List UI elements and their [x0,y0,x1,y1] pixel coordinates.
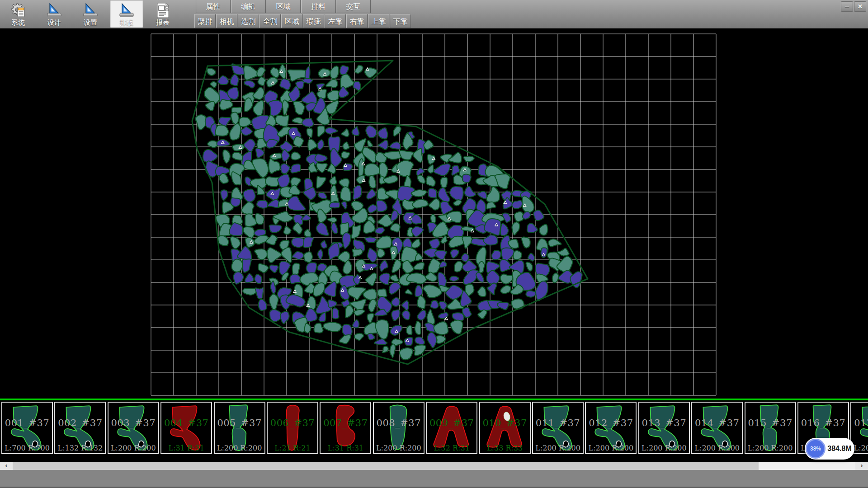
piece-id-label: 012_#37 [586,418,636,428]
piece-thumbnail-013_#37[interactable]: 013_#37L:200 R:200 [638,402,690,454]
piece-thumbnail-001_#37[interactable]: 001_#37L:700 R:700 [1,402,53,454]
horizontal-scrollbar[interactable]: ‹ › [0,462,868,470]
ruler-icon [118,2,135,19]
piece-id-label: 014_#37 [692,418,742,428]
piece-thumbnail-009_#37[interactable]: 009_#37L:32 R:31 [426,402,477,454]
main-button-label: 设计 [38,19,71,27]
piece-id-label: 015_#37 [745,418,795,428]
action-button-7[interactable]: 右靠 [346,14,368,28]
main-button-ruler-1[interactable]: 设计 [38,0,71,28]
piece-lr-label: L:200 R:200 [639,444,689,452]
toolbar: 系统设计设置排版报表 属性编辑区域排料交互 聚排相机选割全割区域瑕疵左靠右靠上靠… [0,0,868,28]
piece-lr-label: L:200 R:200 [586,444,636,452]
piece-lr-label: L:700 R:700 [2,444,52,452]
piece-thumbnail-004_#37[interactable]: 004_#37L:31 R:31 [160,402,212,454]
piece-id-label: 009_#37 [427,418,476,428]
menu-tab-3[interactable]: 排料 [301,0,336,13]
system-icon [9,2,27,19]
pieces-strip: 001_#37L:700 R:700002_#37L:132 R:132003_… [0,399,868,462]
status-bar [0,470,868,488]
piece-id-label: 007_#37 [321,418,370,428]
main-button-system-0[interactable]: 系统 [2,0,34,28]
main-button-ruler-3[interactable]: 排版 [110,0,143,28]
piece-thumbnail-014_#37[interactable]: 014_#37L:200 R:200 [691,402,743,454]
piece-id-label: 010_#37 [480,418,530,428]
piece-id-label: 013_#37 [639,418,689,428]
piece-id-label: 016_#37 [798,418,848,428]
piece-thumbnail-015_#37[interactable]: 015_#37L:200 R:200 [745,402,796,454]
piece-id-label: 006_#37 [268,418,317,428]
piece-id-label: 017_#37 [851,418,868,428]
piece-id-label: 002_#37 [55,418,105,428]
action-button-3[interactable]: 全割 [259,14,281,28]
main-button-ruler-2[interactable]: 设置 [74,0,107,28]
piece-thumbnail-003_#37[interactable]: 003_#37L:200 R:200 [108,402,159,454]
memory-badge: 38% 384.8M [805,438,854,460]
memory-amount-label: 384.8M [827,438,852,460]
main-button-label: 设置 [74,19,107,27]
action-button-9[interactable]: 下靠 [390,14,411,28]
scroll-right-button[interactable]: › [855,462,868,470]
piece-lr-label: L:200 R:200 [374,444,424,452]
action-button-1[interactable]: 相机 [216,14,237,28]
piece-lr-label: L:31 R:31 [321,444,370,452]
piece-lr-label: L:32 R:31 [427,444,476,452]
memory-percent-indicator: 38% [806,439,826,459]
piece-thumbnail-002_#37[interactable]: 002_#37L:132 R:132 [54,402,106,454]
piece-thumbnail-008_#37[interactable]: 008_#37L:200 R:200 [373,402,425,454]
piece-thumbnail-006_#37[interactable]: 006_#37L:21 R:21 [267,402,318,454]
action-button-0[interactable]: 聚排 [194,14,216,28]
piece-id-label: 008_#37 [374,418,424,428]
action-button-4[interactable]: 区域 [281,14,302,28]
piece-lr-label: L:200 R:200 [692,444,742,452]
action-button-8[interactable]: 上靠 [368,14,389,28]
nesting-drawing [0,28,868,399]
piece-thumbnail-010_#37[interactable]: 010_#37L:33 R:33 [479,402,531,454]
piece-thumbnail-007_#37[interactable]: 007_#37L:31 R:31 [320,402,371,454]
ruler-icon [46,2,63,19]
scrollbar-thumb[interactable] [13,462,759,470]
piece-thumbnail-012_#37[interactable]: 012_#37L:200 R:200 [585,402,637,454]
main-button-report-4[interactable]: 报表 [146,0,179,28]
piece-id-label: 011_#37 [533,418,583,428]
memory-percent-label: 38% [810,446,821,452]
main-button-label: 报表 [146,19,179,27]
nesting-canvas[interactable] [0,28,868,399]
menu-tab-0[interactable]: 属性 [196,0,231,13]
piece-id-label: 005_#37 [215,418,264,428]
piece-id-label: 001_#37 [2,418,52,428]
report-icon [154,2,171,19]
main-button-label: 排版 [110,19,143,27]
piece-id-label: 003_#37 [108,418,158,428]
main-button-label: 系统 [2,19,34,27]
piece-lr-label: L:31 R:31 [161,444,211,452]
piece-lr-label: L:21 R:21 [268,444,317,452]
piece-thumbnail-011_#37[interactable]: 011_#37L:200 R:200 [532,402,584,454]
menu-tab-4[interactable]: 交互 [336,0,371,13]
minimize-button[interactable]: ─ [841,1,853,12]
scroll-left-button[interactable]: ‹ [0,462,13,470]
action-button-6[interactable]: 左靠 [325,14,346,28]
piece-thumbnail-005_#37[interactable]: 005_#37L:200 R:200 [214,402,265,454]
ruler-icon [82,2,99,19]
close-button[interactable]: ✕ [854,1,866,12]
piece-lr-label: L:200 R:200 [745,444,795,452]
piece-lr-label: L:200 R:200 [108,444,158,452]
application-window: 系统设计设置排版报表 属性编辑区域排料交互 聚排相机选割全割区域瑕疵左靠右靠上靠… [0,0,868,488]
piece-lr-label: L:132 R:132 [55,444,105,452]
strip-divider [0,399,868,400]
menu-tab-2[interactable]: 区域 [266,0,301,13]
action-button-5[interactable]: 瑕疵 [303,14,324,28]
piece-lr-label: L:33 R:33 [480,444,530,452]
piece-lr-label: L:200 R:200 [215,444,264,452]
menu-tab-1[interactable]: 编辑 [231,0,266,13]
action-button-2[interactable]: 选割 [238,14,259,28]
piece-lr-label: L:200 R:200 [533,444,583,452]
piece-id-label: 004_#37 [161,418,211,428]
